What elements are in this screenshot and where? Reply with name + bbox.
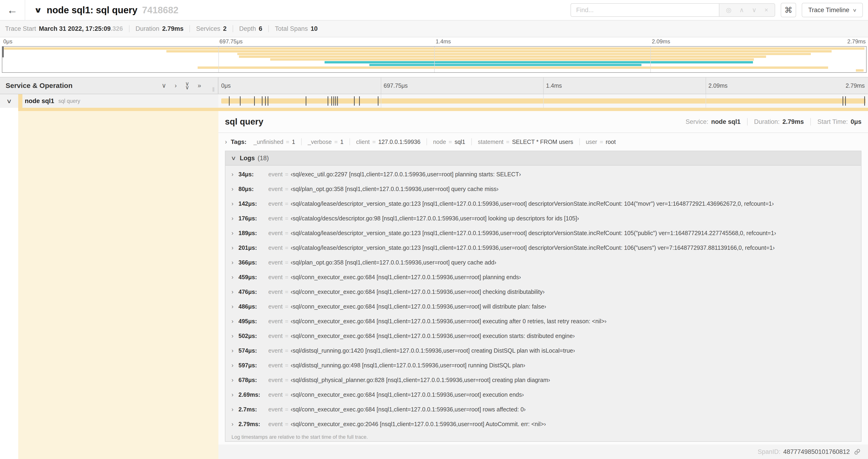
tag-item: _unfinished=1: [253, 138, 295, 145]
clear-find-icon[interactable]: ×: [765, 6, 768, 14]
tag-value: 1: [340, 138, 343, 145]
tags-expander-icon[interactable]: ›: [225, 138, 227, 145]
summary-item: Duration2.79ms: [135, 25, 184, 32]
log-row-expander-icon[interactable]: ›: [231, 244, 239, 252]
log-row-expander-icon[interactable]: ›: [231, 288, 239, 296]
log-row-equals: =: [285, 303, 288, 310]
span-row-timeline-cell[interactable]: [218, 94, 868, 108]
log-row-expander-icon[interactable]: ›: [231, 406, 239, 413]
log-row-expander-icon[interactable]: ›: [231, 391, 239, 398]
log-row[interactable]: ›2.69ms:event=‹sql/conn_executor_exec.go…: [225, 387, 861, 402]
log-row-expander-icon[interactable]: ›: [231, 230, 239, 237]
span-row-name-cell[interactable]: ∨ node sql1 sql query: [0, 94, 218, 108]
minimap-viewport-handle[interactable]: [2, 47, 4, 57]
tags-label: Tags:: [231, 138, 246, 145]
column-resize-handle[interactable]: ‖: [212, 86, 215, 93]
log-row-expander-icon[interactable]: ›: [231, 318, 239, 325]
log-row-value: ‹sql/catalog/lease/descriptor_version_st…: [291, 200, 774, 207]
log-row[interactable]: ›678μs:event=‹sql/distsql_physical_plann…: [225, 373, 861, 387]
tag-equals: =: [600, 138, 603, 145]
log-row-time: 574μs:: [239, 347, 268, 354]
overview-separator: [747, 118, 748, 126]
log-row[interactable]: ›597μs:event=‹sql/distsql_running.go:498…: [225, 358, 861, 373]
log-row-expander-icon[interactable]: ›: [231, 347, 239, 354]
log-row-expander-icon[interactable]: ›: [231, 332, 239, 339]
log-row-equals: =: [285, 215, 288, 222]
log-row-expander-icon[interactable]: ›: [231, 186, 239, 193]
expand-one-icon[interactable]: ›: [175, 82, 177, 89]
log-event-marker: [845, 96, 846, 106]
overview-item: Start Time:0μs: [817, 118, 862, 126]
log-event-marker: [262, 96, 262, 106]
log-row[interactable]: ›34μs:event=‹sql/exec_util.go:2297 [nsql…: [225, 167, 861, 182]
find-input[interactable]: [570, 3, 719, 17]
log-row[interactable]: ›476μs:event=‹sql/conn_executor_exec.go:…: [225, 285, 861, 299]
tag-separator: [301, 138, 302, 145]
tag-value: root: [606, 138, 616, 145]
view-selector-button[interactable]: Trace Timeline ∨: [802, 3, 863, 17]
tag-separator: [349, 138, 350, 145]
overview-separator: [810, 118, 811, 126]
span-detail-title: sql query: [225, 117, 264, 127]
log-event-marker: [354, 96, 355, 106]
tags-row[interactable]: › Tags: _unfinished=1_verbose=1client=12…: [218, 133, 868, 151]
span-expander-icon[interactable]: ∨: [6, 98, 12, 104]
log-row-expander-icon[interactable]: ›: [231, 376, 239, 384]
log-event-marker: [265, 96, 266, 106]
log-row[interactable]: ›2.7ms:event=‹sql/conn_executor_exec.go:…: [225, 402, 861, 417]
log-row-expander-icon[interactable]: ›: [231, 200, 239, 207]
log-row-value: ‹sql/conn_executor_exec.go:684 [nsql1,cl…: [291, 289, 545, 295]
locate-icon[interactable]: ◎: [726, 6, 732, 14]
tag-key: user: [586, 138, 597, 145]
log-row-expander-icon[interactable]: ›: [231, 362, 239, 369]
tag-key: statement: [478, 138, 503, 145]
ruler-tick-label: 2.09ms: [706, 82, 727, 89]
log-row[interactable]: ›366μs:event=‹sql/plan_opt.go:358 [nsql1…: [225, 255, 861, 270]
trace-collapse-icon[interactable]: ∨: [34, 6, 42, 14]
log-row[interactable]: ›2.79ms:event=‹sql/conn_executor_exec.go…: [225, 417, 861, 431]
top-nav: ← ∨ node sql1: sql query 7418682 ◎ ∧ ∨ ×…: [0, 0, 868, 21]
log-row-expander-icon[interactable]: ›: [231, 303, 239, 310]
service-operation-header: Service & Operation ∨ › ∨∨ » ‖: [0, 77, 218, 94]
log-row-time: 486μs:: [239, 303, 268, 310]
summary-separator: [268, 25, 269, 32]
expand-all-icon[interactable]: »: [198, 82, 201, 89]
log-row[interactable]: ›574μs:event=‹sql/distsql_running.go:142…: [225, 343, 861, 358]
log-row[interactable]: ›459μs:event=‹sql/conn_executor_exec.go:…: [225, 270, 861, 285]
log-row-time: 459μs:: [239, 274, 268, 281]
log-event-marker: [254, 96, 255, 106]
log-row[interactable]: ›80μs:event=‹sql/plan_opt.go:358 [nsql1,…: [225, 182, 861, 196]
log-row[interactable]: ›502μs:event=‹sql/conn_executor_exec.go:…: [225, 329, 861, 343]
minimap-canvas[interactable]: [2, 46, 867, 73]
back-button[interactable]: ←: [0, 0, 25, 20]
log-row[interactable]: ›495μs:event=‹sql/conn_executor_exec.go:…: [225, 314, 861, 329]
log-row-value: ‹sql/plan_opt.go:358 [nsql1,client=127.0…: [291, 186, 499, 192]
log-row[interactable]: ›201μs:event=‹sql/catalog/lease/descript…: [225, 240, 861, 255]
logs-expander-icon[interactable]: ∨: [231, 155, 236, 161]
minimap-span-bar: [856, 69, 864, 72]
next-result-icon[interactable]: ∨: [752, 6, 756, 14]
log-row-value: ‹sql/conn_executor_exec.go:684 [nsql1,cl…: [291, 303, 546, 310]
log-row-key: event: [268, 303, 283, 310]
log-row-expander-icon[interactable]: ›: [231, 215, 239, 222]
log-row[interactable]: ›142μs:event=‹sql/catalog/lease/descript…: [225, 196, 861, 211]
log-row-expander-icon[interactable]: ›: [231, 273, 239, 281]
summary-item-label: Trace Start: [5, 25, 36, 32]
log-row-expander-icon[interactable]: ›: [231, 421, 239, 428]
log-event-marker: [359, 96, 360, 106]
minimap-span-bar: [270, 58, 754, 61]
logs-header[interactable]: ∨ Logs (18): [225, 151, 861, 166]
keyboard-shortcuts-button[interactable]: ⌘: [781, 3, 796, 17]
tag-separator: [427, 138, 427, 145]
tag-equals: =: [334, 138, 338, 145]
collapse-one-icon[interactable]: ∨: [162, 82, 166, 89]
log-row-expander-icon[interactable]: ›: [231, 171, 239, 178]
log-row-expander-icon[interactable]: ›: [231, 259, 239, 266]
log-row[interactable]: ›486μs:event=‹sql/conn_executor_exec.go:…: [225, 299, 861, 314]
collapse-all-icon[interactable]: ∨∨: [185, 82, 189, 89]
prev-result-icon[interactable]: ∧: [739, 6, 744, 14]
log-row[interactable]: ›189μs:event=‹sql/catalog/lease/descript…: [225, 226, 861, 240]
deep-link-icon[interactable]: [854, 449, 861, 455]
log-row-equals: =: [285, 244, 288, 251]
log-row[interactable]: ›176μs:event=‹sql/catalog/descs/descript…: [225, 211, 861, 226]
